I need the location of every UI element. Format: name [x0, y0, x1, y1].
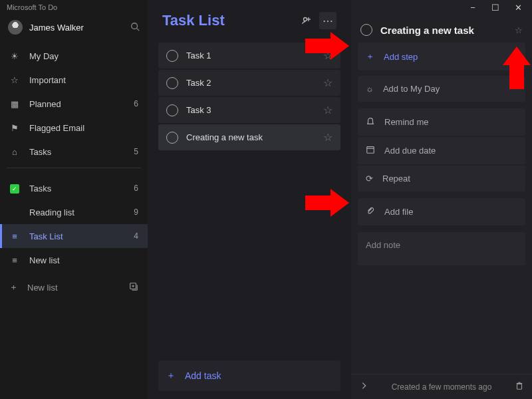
profile-row[interactable]: James Walker — [0, 15, 148, 40]
add-step-button[interactable]: ＋ Add step — [358, 43, 525, 70]
nav-custom-lists: ✓ Tasks 6 Reading list 9 ≡ Task List 4 ≡… — [0, 172, 148, 272]
row-label: Add file — [384, 207, 413, 217]
more-button[interactable]: ⋯ — [319, 12, 336, 29]
star-icon[interactable]: ☆ — [323, 104, 332, 116]
sidebar-item-label: New list — [29, 255, 60, 265]
sidebar-item-list-newlist[interactable]: ≡ New list — [0, 248, 148, 272]
new-list-label: New list — [27, 283, 58, 293]
sidebar-item-flagged[interactable]: ⚑ Flagged Email — [0, 116, 148, 140]
add-file-button[interactable]: Add file — [358, 198, 525, 225]
close-button[interactable]: ✕ — [507, 0, 529, 15]
plus-icon: ＋ — [366, 51, 374, 63]
calendar-icon: ▦ — [9, 99, 20, 109]
task-title: Task 2 — [186, 78, 315, 88]
sidebar-item-label: Planned — [29, 99, 61, 109]
avatar — [8, 20, 23, 35]
maximize-button[interactable]: ☐ — [484, 0, 507, 15]
nav-smart-lists: ☀ My Day ☆ Important ▦ Planned 6 ⚑ Flagg… — [0, 40, 148, 164]
app-title: Microsoft To Do — [0, 0, 148, 15]
sidebar-item-planned[interactable]: ▦ Planned 6 — [0, 92, 148, 116]
flag-icon: ⚑ — [9, 123, 20, 133]
detail-footer: Created a few moments ago — [351, 374, 532, 399]
new-list-button[interactable]: ＋ New list — [0, 275, 148, 300]
repeat-button[interactable]: ⟳ Repeat — [358, 166, 525, 192]
attachment-icon — [366, 206, 375, 217]
complete-circle[interactable] — [360, 24, 372, 36]
sidebar-item-list-tasks[interactable]: ✓ Tasks 6 — [0, 176, 148, 200]
sidebar-item-important[interactable]: ☆ Important — [0, 68, 148, 92]
sidebar-item-list-reading[interactable]: Reading list 9 — [0, 200, 148, 224]
minimize-button[interactable]: − — [462, 0, 484, 15]
sidebar-item-label: My Day — [29, 51, 59, 61]
sun-icon: ☀ — [9, 51, 20, 61]
main-header: Task List ⋯ — [158, 0, 340, 43]
add-task-button[interactable]: ＋ Add task — [158, 360, 340, 391]
task-row[interactable]: Creating a new task ☆ — [158, 124, 340, 150]
task-title: Creating a new task — [186, 132, 315, 142]
repeat-icon: ⟳ — [366, 174, 373, 184]
plus-icon: ＋ — [166, 370, 176, 382]
task-list: Task 1 ☆ Task 2 ☆ Task 3 ☆ Creating a ne… — [158, 43, 340, 150]
list-title[interactable]: Task List — [162, 12, 298, 29]
complete-circle[interactable] — [166, 104, 178, 116]
add-task-label: Add task — [185, 370, 221, 381]
row-label: Repeat — [382, 174, 410, 184]
remind-me-button[interactable]: Remind me — [358, 108, 525, 136]
list-icon: ≡ — [9, 231, 20, 241]
share-button[interactable] — [298, 12, 315, 29]
note-input[interactable]: Add note — [358, 232, 525, 265]
complete-circle[interactable] — [166, 50, 178, 62]
divider — [7, 168, 141, 168]
sidebar-item-label: Important — [29, 75, 66, 85]
sidebar-item-tasks[interactable]: ⌂ Tasks 5 — [0, 140, 148, 164]
svg-line-1 — [137, 28, 140, 31]
sun-icon: ☼ — [366, 84, 374, 94]
row-label: Add due date — [384, 146, 436, 156]
svg-point-0 — [132, 23, 138, 29]
sidebar-item-label: Flagged Email — [29, 123, 84, 133]
star-icon[interactable]: ☆ — [515, 25, 523, 35]
sidebar-item-label: Task List — [29, 231, 63, 241]
check-badge-icon: ✓ — [9, 183, 20, 194]
sidebar-item-list-tasklist[interactable]: ≡ Task List 4 — [0, 224, 148, 248]
sidebar-item-label: Tasks — [29, 184, 51, 194]
search-icon[interactable] — [130, 22, 140, 33]
task-row[interactable]: Task 3 ☆ — [158, 97, 340, 123]
window-controls: − ☐ ✕ — [351, 0, 532, 15]
sidebar-item-my-day[interactable]: ☀ My Day — [0, 44, 148, 68]
svg-rect-10 — [367, 147, 374, 154]
detail-task-title[interactable]: Creating a new task — [380, 25, 507, 36]
sidebar-item-label: Tasks — [29, 147, 51, 157]
task-title: Task 1 — [186, 51, 315, 61]
user-name: James Walker — [29, 23, 124, 33]
add-my-day-button[interactable]: ☼ Add to My Day — [358, 76, 525, 102]
star-icon[interactable]: ☆ — [323, 131, 332, 144]
svg-point-7 — [304, 18, 307, 21]
bell-icon — [366, 116, 375, 128]
add-step-label: Add step — [384, 52, 418, 62]
star-icon: ☆ — [9, 75, 20, 85]
created-label: Created a few moments ago — [375, 382, 508, 392]
task-title: Task 3 — [186, 105, 315, 115]
complete-circle[interactable] — [166, 132, 178, 144]
calendar-icon — [366, 145, 375, 156]
task-row[interactable]: Task 2 ☆ — [158, 70, 340, 96]
row-label: Add to My Day — [383, 84, 440, 94]
hide-detail-button[interactable] — [359, 381, 368, 392]
svg-rect-12 — [517, 384, 522, 389]
plus-icon: ＋ — [9, 281, 18, 293]
due-date-button[interactable]: Add due date — [358, 137, 525, 164]
sidebar: Microsoft To Do James Walker ☀ My Day ☆ … — [0, 0, 148, 399]
sidebar-item-label: Reading list — [29, 207, 74, 217]
complete-circle[interactable] — [166, 77, 178, 89]
row-label: Remind me — [384, 117, 428, 127]
detail-header: Creating a new task ☆ — [351, 15, 532, 43]
home-icon: ⌂ — [9, 147, 20, 157]
new-group-icon[interactable] — [129, 282, 138, 293]
delete-button[interactable] — [515, 381, 524, 392]
star-icon[interactable]: ☆ — [323, 76, 332, 89]
list-icon: ≡ — [9, 255, 20, 265]
